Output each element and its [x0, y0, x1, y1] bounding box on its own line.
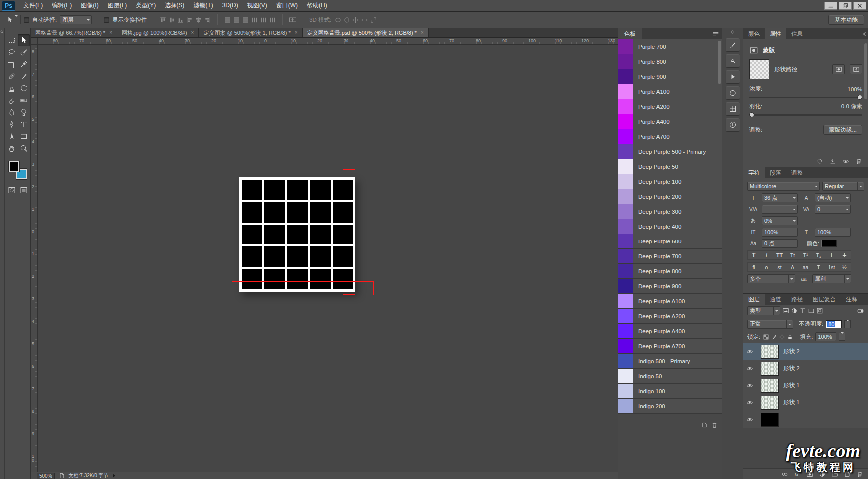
filter-toggle-icon[interactable] [857, 307, 864, 315]
properties-scrollbar[interactable] [864, 43, 867, 99]
align-left-edges-icon[interactable] [186, 16, 193, 24]
blur-tool[interactable] [6, 106, 18, 118]
proportional-spacing-select[interactable]: 0% [762, 216, 798, 225]
language-select[interactable]: 多个 [747, 274, 795, 283]
document-tab-2[interactable]: 定义图案 @ 500%(形状 1, RGB/8) *× [199, 28, 302, 37]
kerning-select[interactable] [762, 205, 798, 214]
minimize-button[interactable] [824, 2, 837, 10]
brush-tool[interactable] [18, 70, 30, 82]
swatch-row[interactable]: Deep Purple 500 - Primary [618, 144, 722, 159]
mask-thumbnail[interactable] [749, 59, 769, 79]
stylistic-alternates-button[interactable]: aa [799, 262, 812, 272]
path-selection-tool[interactable] [6, 130, 18, 142]
layer-row-3[interactable]: 形状 1 [743, 394, 868, 411]
align-bottom-edges-icon[interactable] [177, 16, 184, 24]
layer-row-4[interactable] [743, 411, 868, 428]
swatch-row[interactable]: Purple 700 [618, 39, 722, 54]
opacity-dropdown[interactable] [844, 320, 851, 328]
layer-filter-select[interactable]: 类型 [747, 306, 780, 315]
lasso-tool[interactable] [6, 46, 18, 58]
clone-stamp-tool[interactable] [6, 82, 18, 94]
tab-swatches[interactable]: 色板 [618, 28, 642, 39]
screen-mode-button[interactable] [18, 184, 30, 196]
horizontal-ruler[interactable]: 8070605040302010010203040506070809010011… [38, 38, 618, 45]
lock-all-icon[interactable] [787, 334, 793, 340]
close-button[interactable] [853, 2, 866, 10]
tab-2[interactable]: 信息 [786, 28, 808, 39]
rectangular-marquee-tool[interactable] [6, 34, 18, 46]
ruler-corner[interactable] [31, 38, 38, 45]
menu-item-0[interactable]: 文件(F) [19, 0, 47, 11]
swatch-row[interactable]: Indigo 500 - Primary [618, 354, 722, 369]
adjustment-layer-filter-icon[interactable] [791, 307, 798, 314]
collapse-dock-button[interactable] [861, 28, 868, 39]
tab-3[interactable]: 图层复合 [808, 294, 841, 305]
3d-roll-icon[interactable] [343, 16, 350, 24]
swatch-row[interactable]: Indigo 200 [618, 399, 722, 414]
tab-0[interactable]: 颜色 [743, 28, 765, 39]
subscript-button[interactable]: T₁ [812, 250, 825, 260]
tab-1[interactable]: 段落 [765, 167, 786, 178]
swatch-row[interactable]: Deep Purple 900 [618, 279, 722, 294]
all-caps-button[interactable]: TT [773, 250, 786, 260]
swatches-scrollbar[interactable] [718, 41, 721, 84]
eyedropper-tool[interactable] [18, 58, 30, 70]
menu-item-7[interactable]: 3D(D) [218, 0, 243, 11]
tab-0[interactable]: 图层 [743, 294, 765, 305]
leading-select[interactable]: (自动) [815, 193, 851, 202]
faux-bold-button[interactable]: T [747, 250, 760, 260]
opacity-input[interactable]: 80 [826, 320, 842, 328]
swatch-row[interactable]: Indigo 100 [618, 384, 722, 399]
swatch-row[interactable]: Deep Purple 400 [618, 219, 722, 234]
tab-1[interactable]: 属性 [765, 28, 786, 39]
contextual-alternates-button[interactable]: o [760, 262, 773, 272]
status-flyout-arrow[interactable] [113, 474, 115, 478]
ordinals-button[interactable]: 1st [825, 262, 838, 272]
align-vertical-centers-icon[interactable] [168, 16, 175, 24]
swatch-row[interactable]: Deep Purple 50 [618, 159, 722, 174]
swatch-row[interactable]: Deep Purple 300 [618, 204, 722, 219]
layer-visibility-toggle[interactable] [743, 360, 756, 377]
shape-layer-filter-icon[interactable] [808, 307, 815, 314]
tab-close-icon[interactable]: × [295, 30, 298, 35]
font-family-select[interactable]: Multicolore [747, 182, 820, 191]
panel-grip[interactable] [11, 30, 25, 32]
swatch-row[interactable]: Deep Purple 800 [618, 264, 722, 279]
menu-item-9[interactable]: 窗口(W) [272, 0, 302, 11]
workspace-switcher-button[interactable]: 基本功能 [828, 15, 864, 25]
styles-panel-button[interactable] [726, 102, 740, 115]
menu-item-1[interactable]: 编辑(E) [47, 0, 76, 11]
gradient-tool[interactable] [18, 94, 30, 106]
layer-row-1[interactable]: 形状 2 [743, 360, 868, 377]
rectangle-tool[interactable] [18, 130, 30, 142]
3d-slide-icon[interactable] [361, 16, 368, 24]
3d-drag-icon[interactable] [352, 16, 359, 24]
pen-tool[interactable] [6, 118, 18, 130]
crop-tool[interactable] [6, 58, 18, 70]
swatch-row[interactable]: Deep Purple A700 [618, 339, 722, 354]
fill-dropdown[interactable] [839, 333, 845, 341]
titling-alternates-button[interactable]: T [812, 262, 825, 272]
distribute-bottom-edges-icon[interactable] [242, 16, 249, 24]
delete-mask-icon[interactable] [855, 158, 862, 165]
swatch-row[interactable]: Deep Purple 200 [618, 189, 722, 204]
tab-0[interactable]: 字符 [743, 167, 765, 178]
layer-row-0[interactable]: 形状 2 [743, 343, 868, 360]
density-value[interactable]: 100% [848, 86, 862, 92]
lock-position-icon[interactable] [779, 334, 785, 340]
layer-thumbnail[interactable] [761, 396, 779, 410]
layer-thumbnail[interactable] [761, 379, 779, 393]
swatch-row[interactable]: Indigo 50 [618, 369, 722, 384]
quick-mask-button[interactable] [6, 184, 18, 196]
layer-visibility-toggle[interactable] [743, 394, 756, 411]
font-style-select[interactable]: Regular [822, 182, 864, 191]
actions-panel-button[interactable] [726, 70, 740, 83]
feather-value[interactable]: 0.0 像素 [841, 103, 862, 110]
pixel-layer-filter-icon[interactable] [782, 307, 789, 314]
type-tool[interactable] [18, 118, 30, 130]
move-tool[interactable] [18, 34, 30, 46]
distribute-vertical-centers-icon[interactable] [233, 16, 240, 24]
document-tab-3[interactable]: 定义网格背景.psd @ 500% (形状 2, RGB/8) *× [303, 28, 429, 37]
menu-item-8[interactable]: 视图(V) [243, 0, 272, 11]
layer-visibility-toggle[interactable] [743, 411, 756, 428]
